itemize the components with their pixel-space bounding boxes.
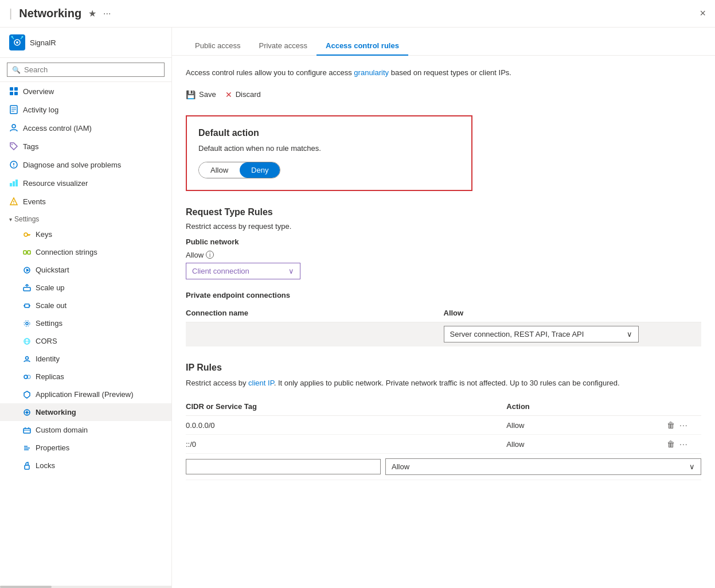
client-ip-link[interactable]: client IP [248, 379, 274, 387]
networking-icon [23, 408, 31, 416]
sidebar-item-replicas[interactable]: Replicas [0, 368, 171, 385]
sidebar-item-tags[interactable]: Tags [0, 137, 171, 155]
sidebar-item-label: Keys [36, 230, 52, 239]
action-value-1: Allow [506, 421, 667, 430]
tab-private-access[interactable]: Private access [249, 37, 317, 56]
save-button[interactable]: 💾 Save [186, 88, 216, 102]
favorite-icon[interactable]: ★ [88, 8, 96, 19]
more-options-icon[interactable]: ··· [103, 9, 111, 19]
sidebar-search-container: 🔍 [0, 58, 171, 82]
deny-toggle-button[interactable]: Deny [240, 162, 280, 178]
ip-rules-desc: Restrict access by client IP. It only ap… [186, 377, 701, 389]
server-connection-dropdown[interactable]: Server connection, REST API, Trace API ∨ [444, 326, 639, 342]
cidr-value-2: ::/0 [186, 440, 506, 449]
keys-icon [23, 231, 31, 239]
ip-rule-row-1: 0.0.0.0/0 Allow 🗑 ··· [186, 416, 701, 435]
default-action-desc: Default action when no rule matches. [198, 144, 460, 153]
logo-text: SignalR [30, 38, 56, 47]
sidebar-item-diagnose[interactable]: Diagnose and solve problems [0, 155, 171, 174]
sidebar-item-label: Properties [36, 443, 69, 452]
domain-icon [23, 426, 31, 434]
sidebar-item-scale-out[interactable]: Scale out [0, 297, 171, 314]
new-cidr-input[interactable] [186, 459, 381, 474]
sidebar-item-label: Overview [23, 87, 54, 96]
sidebar-item-access-control[interactable]: Access control (IAM) [0, 119, 171, 137]
svg-rect-20 [15, 180, 18, 186]
svg-point-24 [24, 233, 28, 236]
sidebar-item-keys[interactable]: Keys [0, 225, 171, 243]
discard-button[interactable]: ✕ Discard [225, 88, 261, 102]
search-icon: 🔍 [12, 66, 21, 74]
sidebar-item-label: Resource visualizer [23, 179, 88, 188]
search-input[interactable] [24, 65, 159, 74]
tab-public-access[interactable]: Public access [186, 37, 249, 56]
default-action-box: Default action Default action when no ru… [186, 115, 472, 191]
client-connection-dropdown[interactable]: Client connection ∨ [186, 263, 300, 279]
sidebar-item-overview[interactable]: Overview [0, 82, 171, 100]
private-endpoint-title: Private endpoint connections [186, 291, 701, 299]
sidebar-item-cors[interactable]: CORS [0, 332, 171, 350]
svg-rect-19 [13, 181, 15, 186]
svg-point-43 [26, 356, 29, 359]
settings-section-label: ▾ Settings [0, 211, 171, 225]
connection-icon [23, 248, 31, 256]
sidebar-item-label: Connection strings [36, 248, 97, 256]
svg-point-13 [12, 124, 15, 128]
delete-ip-rule-2-button[interactable]: 🗑 [667, 439, 675, 449]
sidebar-item-locks[interactable]: Locks [0, 457, 171, 474]
chevron-down-icon: ∨ [627, 330, 632, 338]
sidebar-item-label: Scale up [36, 283, 65, 292]
more-ip-rule-1-button[interactable]: ··· [679, 420, 688, 430]
allow-toggle-button[interactable]: Allow [199, 162, 240, 178]
sidebar-item-identity[interactable]: Identity [0, 350, 171, 368]
sidebar-logo: SignalR [0, 28, 171, 58]
sidebar-item-label: CORS [36, 337, 57, 345]
sidebar-item-connection-strings[interactable]: Connection strings [0, 243, 171, 261]
sidebar-item-custom-domain[interactable]: Custom domain [0, 421, 171, 439]
page-content: Access control rules allow you to config… [172, 56, 715, 588]
private-endpoint-section: Private endpoint connections Connection … [186, 291, 701, 346]
sidebar-nav: Overview Activity log Access control (IA… [0, 82, 171, 586]
sidebar-item-settings[interactable]: Settings [0, 314, 171, 332]
sidebar-item-networking[interactable]: Networking [0, 403, 171, 421]
svg-point-38 [26, 322, 28, 325]
close-button[interactable]: × [700, 7, 706, 20]
cors-icon [23, 337, 31, 345]
sidebar-item-quickstart[interactable]: Quickstart [0, 261, 171, 279]
svg-point-17 [13, 166, 14, 167]
granularity-link[interactable]: granularity [354, 68, 389, 77]
sidebar-item-activity-log[interactable]: Activity log [0, 100, 171, 119]
more-ip-rule-2-button[interactable]: ··· [679, 439, 688, 449]
request-type-rules-title: Request Type Rules [186, 207, 701, 217]
chevron-down-icon: ▾ [9, 216, 12, 223]
svg-rect-6 [14, 87, 18, 91]
sidebar-item-label: Tags [23, 142, 38, 151]
save-icon: 💾 [186, 90, 196, 99]
sidebar-item-events[interactable]: Events [0, 192, 171, 211]
main-layout: SignalR 🔍 Overview Activi [0, 28, 715, 588]
svg-rect-29 [28, 251, 30, 254]
sidebar-item-label: Custom domain [36, 426, 88, 434]
svg-rect-18 [10, 183, 12, 186]
public-network-section: Public network Allow i Client connection… [186, 237, 701, 279]
sidebar-item-resource-visualizer[interactable]: Resource visualizer [0, 174, 171, 192]
svg-point-39 [24, 321, 30, 326]
search-box[interactable]: 🔍 [7, 63, 165, 77]
top-bar: | Networking ★ ··· × [0, 0, 715, 28]
delete-ip-rule-1-button[interactable]: 🗑 [667, 420, 675, 430]
chevron-down-icon: ∨ [689, 462, 695, 471]
sidebar-item-label: Identity [36, 355, 60, 363]
top-bar-actions: ★ ··· [88, 8, 111, 19]
request-type-rules-section: Request Type Rules Restrict access by re… [186, 207, 701, 346]
sidebar-item-properties[interactable]: Properties [0, 439, 171, 457]
quickstart-icon [23, 266, 31, 274]
svg-point-14 [11, 144, 13, 145]
sidebar-item-scale-up[interactable]: Scale up [0, 279, 171, 297]
svg-rect-8 [14, 92, 18, 95]
new-action-select[interactable]: Allow ∨ [385, 458, 701, 475]
public-network-title: Public network [186, 237, 701, 246]
default-action-title: Default action [198, 128, 460, 138]
content-area: Public access Private access Access cont… [172, 28, 715, 588]
sidebar-item-firewall[interactable]: Application Firewall (Preview) [0, 385, 171, 403]
tab-access-control-rules[interactable]: Access control rules [317, 37, 408, 56]
